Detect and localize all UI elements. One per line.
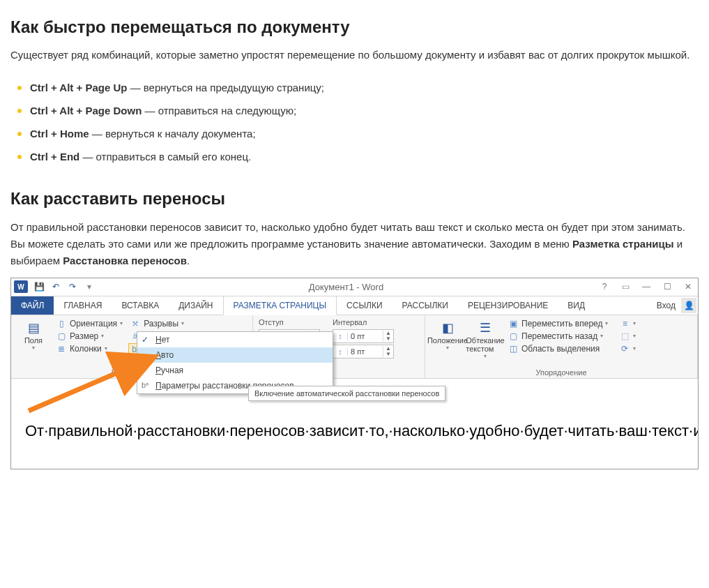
orientation-icon: ▯ [56, 319, 67, 329]
avatar-icon[interactable]: 👤 [681, 298, 696, 313]
sign-in-link[interactable]: Вход [651, 301, 681, 310]
rotate-icon: ⟳ [619, 344, 630, 354]
qat-customize-icon[interactable]: ▾ [84, 281, 95, 292]
menu-item-manual[interactable]: Ручная [137, 363, 333, 378]
redo-icon[interactable]: ↷ [67, 281, 78, 292]
spacing-before-input[interactable]: ↕0 пт▲▼ [333, 329, 394, 343]
tooltip: Включение автоматической расстановки пер… [248, 386, 445, 401]
spacing-before-icon: ↕ [333, 332, 348, 340]
titlebar: W 💾 ↶ ↷ ▾ Документ1 - Word ? ▭ — ☐ ✕ [11, 278, 698, 296]
check-icon: ✓ [142, 335, 148, 345]
tab-insert[interactable]: ВСТАВКА [112, 296, 169, 315]
send-backward-button[interactable]: ▢Переместить назад ▾ [506, 331, 609, 342]
quick-access-toolbar: W 💾 ↶ ↷ ▾ [14, 280, 95, 293]
group-button[interactable]: ⬚▾ [618, 331, 637, 342]
group-label-arrange: Упорядочение [431, 367, 692, 377]
margins-button[interactable]: ▤ Поля ▾ [17, 318, 50, 352]
position-icon: ◧ [438, 319, 457, 336]
list-item: Ctrl + Home — вернуться к началу докумен… [10, 122, 699, 145]
position-button[interactable]: ◧ Положение ▾ [431, 318, 464, 352]
section1-intro: Существует ряд комбинаций, которые замет… [10, 47, 699, 63]
undo-icon[interactable]: ↶ [50, 281, 61, 292]
spacing-after-icon: ↕ [333, 347, 348, 356]
minimize-icon[interactable]: — [639, 282, 653, 292]
list-item: Ctrl + Alt + Page Down — отправиться на … [10, 99, 699, 122]
bring-forward-button[interactable]: ▣Переместить вперед ▾ [506, 318, 609, 329]
hyphenation-options-icon: bᵃ [142, 381, 148, 390]
align-button[interactable]: ≡▾ [618, 318, 637, 329]
close-icon[interactable]: ✕ [681, 282, 695, 292]
save-icon[interactable]: 💾 [33, 281, 45, 292]
hyphenation-menu: ✓ Нет Авто Ручная bᵃ Параметры расстанов… [137, 331, 333, 394]
bring-forward-icon: ▣ [508, 319, 519, 329]
size-icon: ▢ [56, 331, 67, 341]
menu-item-none[interactable]: ✓ Нет [137, 332, 333, 347]
window-title: Документ1 - Word [95, 282, 597, 292]
tab-home[interactable]: ГЛАВНАЯ [54, 296, 112, 315]
menu-item-auto[interactable]: Авто [137, 347, 333, 363]
size-button[interactable]: ▢Размер ▾ [54, 331, 124, 342]
tab-design[interactable]: ДИЗАЙН [169, 296, 222, 315]
group-arrange: ◧ Положение ▾ ☰ Обтекание текстом ▾ ▣Пер… [425, 315, 698, 378]
tab-page-layout[interactable]: РАЗМЕТКА СТРАНИЦЫ [223, 296, 337, 315]
margins-icon: ▤ [24, 319, 43, 336]
tab-view[interactable]: ВИД [558, 296, 595, 315]
ribbon-tabs: ФАЙЛ ГЛАВНАЯ ВСТАВКА ДИЗАЙН РАЗМЕТКА СТР… [11, 296, 698, 315]
section1-heading: Как быстро перемещаться по документу [10, 17, 699, 37]
tab-review[interactable]: РЕЦЕНЗИРОВАНИЕ [458, 296, 558, 315]
ribbon: ▤ Поля ▾ ▯Ориентация ▾ ▢Размер ▾ ≣Колонк… [11, 315, 698, 379]
columns-button[interactable]: ≣Колонки ▾ [54, 343, 124, 354]
shortcut-list: Ctrl + Alt + Page Up — вернуться на пред… [10, 76, 699, 168]
maximize-icon[interactable]: ☐ [660, 282, 674, 292]
spacing-label: Интервал [333, 318, 394, 328]
wrap-text-icon: ☰ [475, 319, 495, 336]
selection-pane-button[interactable]: ◫Область выделения [506, 343, 609, 354]
list-item: Ctrl + Alt + Page Up — вернуться на пред… [10, 76, 699, 99]
tab-file[interactable]: ФАЙЛ [11, 296, 54, 315]
selection-pane-icon: ◫ [508, 344, 519, 354]
word-logo-icon[interactable]: W [14, 280, 28, 293]
tab-mailings[interactable]: РАССЫЛКИ [392, 296, 458, 315]
send-backward-icon: ▢ [508, 331, 519, 341]
breaks-button[interactable]: ⤲Разрывы ▾ [128, 318, 245, 329]
orientation-button[interactable]: ▯Ориентация ▾ [54, 318, 124, 329]
rotate-button[interactable]: ⟳▾ [618, 343, 637, 354]
columns-icon: ≣ [56, 344, 67, 354]
wrap-text-button[interactable]: ☰ Обтекание текстом ▾ [468, 318, 502, 361]
indent-label: Отступ [259, 318, 320, 328]
help-icon[interactable]: ? [597, 282, 611, 292]
group-icon: ⬚ [619, 331, 630, 341]
tab-references[interactable]: ССЫЛКИ [337, 296, 392, 315]
ribbon-display-icon[interactable]: ▭ [618, 282, 632, 292]
breaks-icon: ⤲ [130, 319, 141, 329]
section2-para: От правильной расстановки переносов зави… [10, 219, 699, 269]
list-item: Ctrl + End — отправиться в самый его кон… [10, 145, 699, 168]
section2-heading: Как расставить переносы [10, 189, 699, 209]
align-icon: ≡ [619, 319, 630, 329]
spacing-after-input[interactable]: ↕8 пт▲▼ [333, 345, 394, 359]
word-screenshot: W 💾 ↶ ↷ ▾ Документ1 - Word ? ▭ — ☐ ✕ ФАЙ… [10, 278, 699, 470]
